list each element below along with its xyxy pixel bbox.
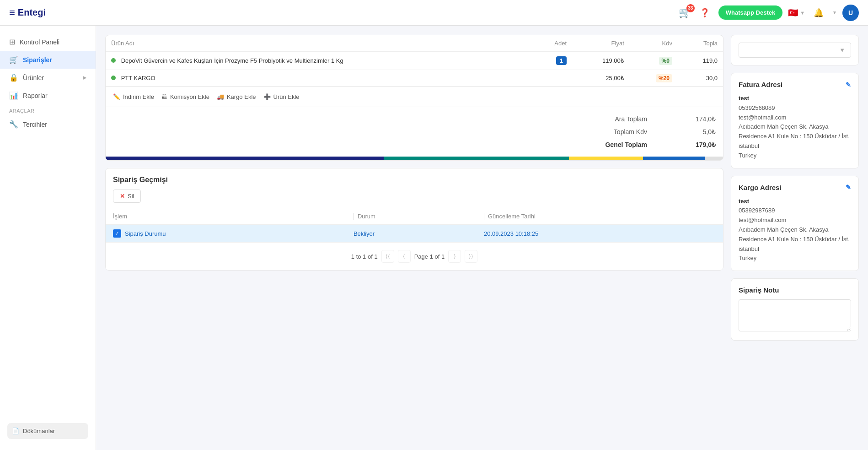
genel-toplam-row: Genel Toplam 179,0₺ xyxy=(113,138,716,151)
product-price: 119,00₺ xyxy=(572,52,630,70)
siparis-notu-textarea[interactable] xyxy=(739,299,851,331)
fatura-adresi-title: Fatura Adresi ✎ xyxy=(739,81,851,88)
durum-cell: Bekliyor xyxy=(346,225,477,243)
product-qty: 1 xyxy=(531,52,572,70)
product-name-cell: PTT KARGO xyxy=(106,70,531,87)
cart-badge: 33 xyxy=(686,4,695,12)
sidebar-item-kontrol-paneli[interactable]: ⊞ Kontrol Paneli xyxy=(0,33,96,51)
sidebar-label-kontrol-paneli: Kontrol Paneli xyxy=(20,38,59,46)
kargo-country: Turkey xyxy=(739,254,851,263)
komisyon-icon: 🏛 xyxy=(161,93,167,100)
indirim-label: İndirim Ekle xyxy=(123,93,154,100)
progress-segment-2 xyxy=(384,157,569,160)
fatura-adresi-card: Fatura Adresi ✎ test 05392568089 test@ho… xyxy=(731,73,859,168)
product-price: 25,00₺ xyxy=(572,70,630,87)
prev-page-button[interactable]: ⟨ xyxy=(398,250,411,263)
language-flag-button[interactable]: 🇹🇷 ▼ xyxy=(788,8,805,18)
kargo-icon: 🚚 xyxy=(217,93,224,100)
progress-segment-4 xyxy=(643,157,705,160)
sidebar-item-urunler[interactable]: 🔒 Ürünler ▶ xyxy=(0,69,96,87)
history-table-row: ✓ Sipariş Durumu Bekliyor 20.09.2023 10:… xyxy=(106,225,723,243)
pagination-range: 1 to 1 of 1 xyxy=(351,253,378,260)
action-buttons-row: ✏️ İndirim Ekle 🏛 Komisyon Ekle 🚚 Kargo … xyxy=(106,87,723,107)
product-name: DepoVit Güvercin ve Kafes Kuşları İçin P… xyxy=(121,57,343,64)
next-page-button[interactable]: ⟩ xyxy=(448,250,461,263)
right-panel: ▼ Fatura Adresi ✎ test 05392568089 test@… xyxy=(731,35,859,441)
kargo-ekle-button[interactable]: 🚚 Kargo Ekle xyxy=(217,93,256,100)
fatura-address-text: test 05392568089 test@hotmail.com Acıbad… xyxy=(739,94,851,161)
product-total: 119,0 xyxy=(678,52,723,70)
sidebar: ⊞ Kontrol Paneli 🛒 Siparişler 🔒 Ürünler … xyxy=(0,26,96,450)
islem-label: Sipariş Durumu xyxy=(125,230,166,237)
checkbox-cell: ✓ Sipariş Durumu xyxy=(113,229,339,238)
status-dropdown[interactable]: ▼ xyxy=(739,43,851,58)
kargo-adresi-title: Kargo Adresi ✎ xyxy=(739,184,851,191)
dropdown-chevron-icon: ▼ xyxy=(839,47,845,54)
current-page: 1 xyxy=(430,253,433,260)
tarih-cell: 20.09.2023 10:18:25 xyxy=(477,225,723,243)
products-table: Ürün Adı Adet Fiyat Kdv Topla xyxy=(106,35,723,87)
product-status-dot xyxy=(111,76,116,80)
kargo-phone: 05392987689 xyxy=(739,206,851,216)
ara-toplam-row: Ara Toplam 174,0₺ xyxy=(113,113,716,125)
product-total: 30,0 xyxy=(678,70,723,87)
indirim-ekle-button[interactable]: ✏️ İndirim Ekle xyxy=(113,93,154,100)
reports-icon: 📊 xyxy=(9,91,18,100)
app-logo: ≡ Entegi xyxy=(9,7,46,19)
sidebar-item-tercihler[interactable]: 🔧 Tercihler xyxy=(0,115,96,133)
checked-checkbox-icon[interactable]: ✓ xyxy=(113,229,121,238)
qty-badge: 1 xyxy=(556,56,567,65)
cart-icon[interactable]: 🛒 33 xyxy=(679,7,691,19)
total-pages: 1 xyxy=(441,253,445,260)
fatura-edit-icon[interactable]: ✎ xyxy=(846,81,851,88)
sil-button[interactable]: ✕ Sil xyxy=(113,190,141,203)
toplam-kdv-row: Toplam Kdv 5,0₺ xyxy=(113,125,716,138)
product-kdv: %20 xyxy=(630,70,678,87)
sidebar-label-urunler: Ürünler xyxy=(23,74,44,81)
page-label: Page 1 of 1 xyxy=(414,253,445,260)
sidebar-item-siparisler[interactable]: 🛒 Siparişler xyxy=(0,51,96,69)
kdv-badge-zero: %0 xyxy=(659,57,672,65)
docs-icon: 📄 xyxy=(12,428,19,434)
araclar-label: Araçlar xyxy=(0,104,96,115)
flag-chevron-icon: ▼ xyxy=(800,10,805,16)
urun-ekle-button[interactable]: ➕ Ürün Ekle xyxy=(263,93,300,100)
sidebar-item-raporlar[interactable]: 📊 Raporlar xyxy=(0,87,96,104)
ara-toplam-value: 174,0₺ xyxy=(684,115,716,123)
col-islem: İşlem xyxy=(106,208,346,225)
kdv-badge: %20 xyxy=(656,74,672,82)
notification-bell-icon[interactable]: 🔔 xyxy=(810,5,827,21)
logo-menu-icon: ≡ xyxy=(9,7,15,19)
pagination-row: 1 to 1 of 1 ⟨⟨ ⟨ Page 1 of 1 ⟩ ⟩⟩ xyxy=(106,242,723,270)
first-page-button[interactable]: ⟨⟨ xyxy=(381,250,394,263)
progress-segment-3 xyxy=(569,157,643,160)
totals-section: Ara Toplam 174,0₺ Toplam Kdv 5,0₺ Genel … xyxy=(106,107,723,157)
siparis-notu-label: Sipariş Notu xyxy=(739,286,779,294)
table-row: DepoVit Güvercin ve Kafes Kuşları İçin P… xyxy=(106,52,723,70)
kargo-address: Acıbadem Mah Çeçen Sk. Akasya Residence … xyxy=(739,225,851,244)
kargo-edit-icon[interactable]: ✎ xyxy=(846,184,851,191)
nav-right-actions: 🛒 33 ❓ Whatsapp Destek 🇹🇷 ▼ 🔔 ▼ U xyxy=(679,5,859,21)
fatura-country: Turkey xyxy=(739,151,851,161)
docs-button[interactable]: 📄 Dökümanlar xyxy=(7,423,88,439)
kargo-name: test xyxy=(739,197,851,206)
fatura-phone: 05392568089 xyxy=(739,103,851,113)
last-page-button[interactable]: ⟩⟩ xyxy=(465,250,477,263)
product-name-cell: DepoVit Güvercin ve Kafes Kuşları İçin P… xyxy=(106,52,531,70)
sil-label: Sil xyxy=(128,193,134,200)
fatura-city: istanbul xyxy=(739,141,851,151)
user-avatar[interactable]: U xyxy=(842,5,859,21)
komisyon-ekle-button[interactable]: 🏛 Komisyon Ekle xyxy=(161,93,209,100)
products-icon: 🔒 xyxy=(9,73,18,82)
indirim-icon: ✏️ xyxy=(113,93,120,100)
sidebar-label-tercihler: Tercihler xyxy=(23,121,47,128)
table-row: PTT KARGO 25,00₺ %20 30,0 xyxy=(106,70,723,87)
kargo-address-text: test 05392987689 test@hotmail.com Acıbad… xyxy=(739,197,851,264)
help-icon[interactable]: ❓ xyxy=(697,5,713,21)
fatura-adresi-label: Fatura Adresi xyxy=(739,81,782,88)
siparis-notu-title: Sipariş Notu xyxy=(739,286,851,294)
history-table: İşlem Durum Güncelleme Tarihi xyxy=(106,208,723,242)
status-dropdown-wrap: ▼ xyxy=(739,43,851,58)
progress-bar xyxy=(106,157,723,160)
whatsapp-button[interactable]: Whatsapp Destek xyxy=(718,5,782,20)
